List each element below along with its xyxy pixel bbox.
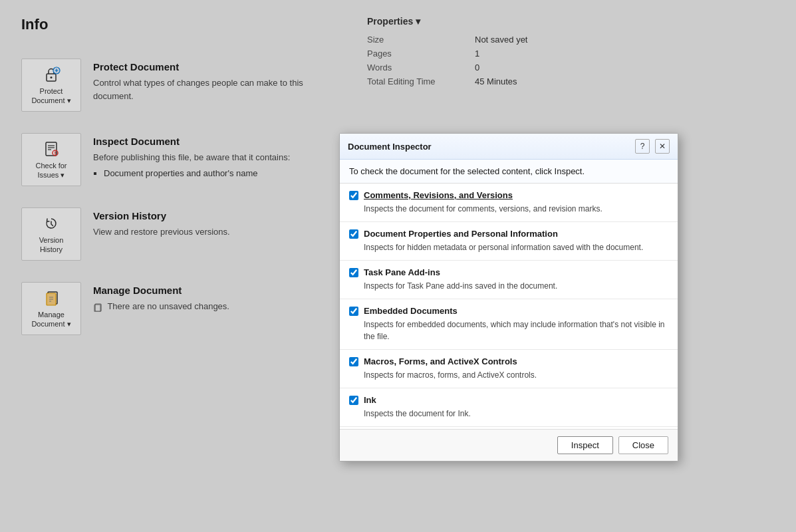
macros-desc: Inspects for macros, forms, and ActiveX … bbox=[364, 369, 668, 381]
close-button[interactable]: Close bbox=[618, 436, 668, 454]
ink-checkbox[interactable] bbox=[349, 396, 358, 405]
comments-checkbox[interactable] bbox=[349, 191, 358, 200]
modal-title: Document Inspector bbox=[348, 142, 432, 152]
task-pane-desc: Inspects for Task Pane add-ins saved in … bbox=[364, 280, 668, 292]
modal-help-button[interactable]: ? bbox=[635, 139, 650, 154]
document-inspector-modal: Document Inspector ? ✕ To check the docu… bbox=[339, 133, 678, 462]
inspector-item-doc-props: Document Properties and Personal Informa… bbox=[340, 222, 678, 261]
task-pane-checkbox[interactable] bbox=[349, 268, 358, 277]
inspector-item-macros: Macros, Forms, and ActiveX Controls Insp… bbox=[340, 350, 678, 388]
inspector-item-macros-header: Macros, Forms, and ActiveX Controls bbox=[349, 356, 668, 366]
doc-props-checkbox[interactable] bbox=[349, 229, 358, 239]
modal-close-x-button[interactable]: ✕ bbox=[655, 139, 670, 154]
embedded-checkbox[interactable] bbox=[349, 307, 358, 316]
inspector-item-comments: Comments, Revisions, and Versions Inspec… bbox=[340, 184, 678, 222]
comments-desc: Inspects the document for comments, vers… bbox=[364, 203, 668, 215]
macros-checkbox[interactable] bbox=[349, 357, 358, 366]
inspector-item-ink: Ink Inspects the document for Ink. bbox=[340, 388, 678, 427]
inspect-button[interactable]: Inspect bbox=[557, 436, 613, 454]
macros-title: Macros, Forms, and ActiveX Controls bbox=[364, 356, 517, 366]
ink-title: Ink bbox=[364, 395, 376, 405]
inspector-item-task-pane-header: Task Pane Add-ins bbox=[349, 267, 668, 277]
inspector-item-embedded: Embedded Documents Inspects for embedded… bbox=[340, 299, 678, 350]
embedded-title: Embedded Documents bbox=[364, 306, 458, 316]
modal-body: Comments, Revisions, and Versions Inspec… bbox=[340, 184, 678, 430]
modal-header: Document Inspector ? ✕ bbox=[340, 134, 678, 160]
inspector-item-embedded-header: Embedded Documents bbox=[349, 306, 668, 316]
comments-title: Comments, Revisions, and Versions bbox=[364, 190, 513, 200]
modal-instruction: To check the document for the selected c… bbox=[340, 160, 678, 184]
inspector-item-ink-header: Ink bbox=[349, 395, 668, 405]
inspector-item-doc-props-header: Document Properties and Personal Informa… bbox=[349, 229, 668, 239]
modal-header-actions: ? ✕ bbox=[635, 139, 670, 154]
ink-desc: Inspects the document for Ink. bbox=[364, 408, 668, 420]
modal-overlay: Document Inspector ? ✕ To check the docu… bbox=[0, 0, 796, 532]
modal-footer: Inspect Close bbox=[340, 430, 678, 461]
doc-props-title: Document Properties and Personal Informa… bbox=[364, 229, 558, 239]
task-pane-title: Task Pane Add-ins bbox=[364, 267, 440, 277]
doc-props-desc: Inspects for hidden metadata or personal… bbox=[364, 241, 668, 253]
inspector-item-task-pane: Task Pane Add-ins Inspects for Task Pane… bbox=[340, 261, 678, 299]
embedded-desc: Inspects for embedded documents, which m… bbox=[364, 319, 668, 342]
inspector-item-comments-header: Comments, Revisions, and Versions bbox=[349, 190, 668, 200]
